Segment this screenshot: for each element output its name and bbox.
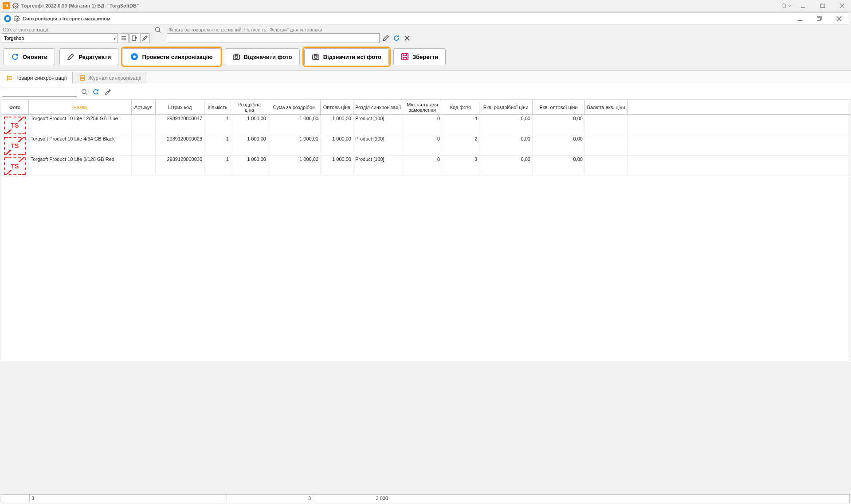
sync-circle-icon (130, 53, 138, 61)
sync-button[interactable]: Провести синхронізацію (123, 48, 220, 65)
product-thumb: TS (4, 137, 26, 155)
cell-art (132, 156, 156, 176)
col-photo[interactable]: Фото (1, 100, 29, 114)
cell-name: Torgsoft Product 10 Lite 4/64 GB Black (29, 135, 132, 155)
svg-point-8 (16, 18, 18, 20)
svg-point-25 (133, 55, 136, 58)
cell-sum: 1 000,00 (268, 115, 321, 135)
svg-point-30 (314, 56, 317, 59)
col-minqty[interactable]: Мін. к-сть для замовлення (403, 100, 442, 114)
col-photono[interactable]: Код фото (442, 100, 479, 114)
filter-refresh-icon[interactable] (392, 34, 401, 43)
object-sync-value: Torgshop (4, 35, 24, 41)
inner-close-button[interactable] (833, 14, 845, 23)
table-row[interactable]: TS Torgsoft Product 10 Lite 8/128 GB Red… (1, 156, 850, 176)
tab-products[interactable]: Товари синхронізації (1, 72, 73, 84)
table-head: Фото Назва Артикул Штрих-код Кількість Р… (1, 100, 850, 115)
refresh-icon[interactable] (91, 87, 100, 96)
cell-minqty: 0 (403, 156, 442, 176)
cell-section: Product [100] (353, 135, 403, 155)
titlebar-search-dropdown[interactable] (781, 3, 792, 9)
save-icon (401, 53, 409, 61)
col-curr[interactable]: Валюта екв. ціни (585, 100, 627, 114)
status-qty: 3 (227, 495, 313, 503)
gear-icon[interactable] (14, 16, 20, 22)
outer-titlebar: TS Торгсофт 2022.0.39 (Магазин 1) БД: "T… (0, 0, 851, 12)
inner-minimize-button[interactable] (794, 14, 806, 23)
pencil-icon (67, 53, 75, 61)
mark-photo-button[interactable]: Відзначити фото (225, 48, 300, 65)
col-eqwh[interactable]: Екв. оптової ціни (533, 100, 585, 114)
search-icon[interactable] (80, 87, 89, 96)
edit-button[interactable]: Редагувати (59, 48, 118, 65)
refresh-icon (11, 53, 19, 61)
filter-edit-icon[interactable] (381, 34, 390, 43)
svg-rect-41 (80, 76, 85, 80)
cell-barcode: 2989120000047 (156, 115, 204, 135)
statusbar: 3 3 3 000 (1, 494, 850, 503)
mark-all-photo-button[interactable]: Відзначити всі фото (304, 48, 389, 65)
gear-icon[interactable] (12, 3, 19, 9)
tab-journal-label: Журнал синхронізації (88, 75, 141, 81)
cell-qty: 1 (204, 135, 231, 155)
col-barcode[interactable]: Штрих-код (156, 100, 204, 114)
camera-icon (232, 53, 240, 61)
app-logo: TS (3, 2, 10, 9)
list-icon (7, 75, 13, 81)
col-name[interactable]: Назва (29, 100, 132, 114)
col-whole[interactable]: Оптова ціна (321, 100, 353, 114)
product-thumb: TS (4, 157, 26, 175)
svg-line-2 (785, 7, 787, 8)
cell-eqwh: 0,00 (533, 135, 585, 155)
filter-input[interactable] (167, 33, 380, 43)
outer-close-button[interactable] (836, 1, 848, 11)
svg-rect-34 (403, 57, 407, 60)
table-row[interactable]: TS Torgsoft Product 10 Lite 4/64 GB Blac… (1, 135, 850, 156)
refresh-label: Оновити (23, 54, 47, 60)
filter-clear-icon[interactable] (403, 34, 412, 43)
col-sum[interactable]: Сума за роздрібом (268, 100, 321, 114)
cell-art (132, 115, 156, 135)
col-section[interactable]: Розділ синхронізації (353, 100, 403, 114)
main-toolbar: Оновити Редагувати Провести синхронізаці… (0, 44, 851, 70)
table-row[interactable]: TS Torgsoft Product 10 Lite 12/256 GB Bl… (1, 115, 850, 135)
object-add-button[interactable] (129, 33, 139, 43)
object-edit-button[interactable] (140, 33, 150, 43)
svg-point-7 (6, 17, 9, 20)
svg-point-27 (235, 56, 238, 59)
cell-section: Product [100] (353, 156, 403, 176)
col-art[interactable]: Артикул (132, 100, 156, 114)
wrench-icon[interactable] (103, 87, 112, 96)
table-search-input[interactable] (2, 87, 77, 97)
svg-point-1 (782, 4, 785, 7)
col-retail[interactable]: Роздрібна ціна (231, 100, 268, 114)
cell-art (132, 135, 156, 155)
save-button[interactable]: Зберегти (393, 48, 446, 65)
svg-line-45 (86, 93, 87, 94)
tab-products-label: Товари синхронізації (16, 75, 67, 81)
outer-minimize-button[interactable] (797, 1, 809, 11)
sync-icon (4, 15, 11, 22)
search-icon[interactable] (153, 25, 162, 34)
col-qty[interactable]: Кількість (204, 100, 231, 114)
cell-section: Product [100] (353, 115, 403, 135)
refresh-button[interactable]: Оновити (4, 48, 55, 65)
svg-point-39 (7, 78, 8, 78)
mark-photo-label: Відзначити фото (244, 54, 292, 60)
tab-journal[interactable]: Журнал синхронізації (74, 72, 147, 84)
product-thumb: TS (4, 117, 26, 134)
cell-whole: 1 000,00 (321, 135, 353, 155)
status-sum: 3 000 (376, 496, 388, 501)
table-body: TS Torgsoft Product 10 Lite 12/256 GB Bl… (1, 115, 850, 176)
svg-point-44 (82, 90, 86, 94)
outer-maximize-button[interactable] (816, 1, 829, 11)
object-list-button[interactable] (119, 33, 129, 43)
inner-restore-button[interactable] (813, 14, 826, 23)
svg-rect-33 (403, 54, 407, 56)
inner-titlebar: Синхронізація з Інтернет-магазином (1, 12, 850, 24)
col-eqret[interactable]: Екв. роздрібної ціни (479, 100, 533, 114)
cell-curr (585, 135, 627, 155)
cell-retail: 1 000,00 (231, 156, 268, 176)
object-sync-select[interactable]: Torgshop ▾ (2, 33, 118, 43)
edit-label: Редагувати (78, 54, 111, 60)
